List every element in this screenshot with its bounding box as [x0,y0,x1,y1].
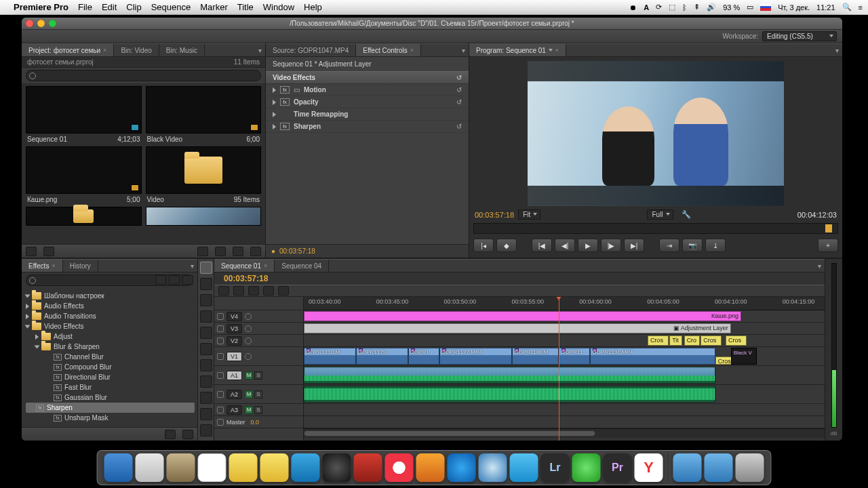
fx-icon[interactable]: fx [280,86,290,94]
track-a3[interactable]: A3 M S [214,404,303,416]
spotlight-icon[interactable]: 🔍 [842,3,852,12]
snap-icon[interactable] [218,286,229,296]
dock-notes[interactable] [229,453,258,482]
fx-icon[interactable]: fx [280,98,290,106]
add-marker-button[interactable]: ◆ [496,239,517,252]
tab-bin-video[interactable]: Bin: Video [114,44,159,56]
asset-grid[interactable]: Sequence 01 4;12;03 Black Video 6;00 Каш… [22,83,265,244]
reset-icon[interactable]: ↺ [456,74,462,81]
disclosure-icon[interactable] [35,334,39,340]
export-frame-button[interactable]: 📷 [682,239,703,252]
clip-v1-0[interactable]: GOPR1118.M [304,348,356,365]
panel-menu-icon[interactable]: ▾ [186,260,197,272]
pen-tool-icon[interactable] [200,392,212,404]
wrench-icon[interactable]: 🔧 [682,210,691,219]
clip-adjust[interactable]: ▣ Adjustment Layer [304,323,731,333]
new-bin-icon[interactable] [215,247,226,256]
close-icon[interactable]: × [103,47,106,54]
ec-section[interactable]: Video Effects ↺ [266,71,469,84]
fx-badge-yuv[interactable] [169,275,180,285]
timeline-scrollbar[interactable] [304,428,825,438]
new-item-icon[interactable] [233,247,243,256]
menu-help[interactable]: Help [304,2,322,12]
clip-cross-1[interactable]: Cros [648,336,669,346]
reset-icon[interactable]: ↺ [456,98,462,106]
clip-kashe[interactable]: Каше.png [304,311,741,321]
close-icon[interactable]: × [410,47,414,54]
cc-icon[interactable]: ⏺ [629,3,637,12]
dock-reminders[interactable] [260,453,289,482]
new-bin-icon[interactable] [165,430,176,439]
chevron-down-icon[interactable] [549,49,553,52]
tab-effects[interactable]: Effects × [22,260,63,272]
clip-v1-1[interactable]: GOPR1179. [356,348,408,365]
dock-contacts[interactable] [167,453,195,482]
selection-tool-icon[interactable] [200,262,212,274]
flag-icon[interactable] [760,3,771,11]
track-label[interactable]: V1 [226,352,242,361]
fx-icon[interactable]: fx [280,123,290,130]
lift-button[interactable]: ⇥ [659,239,679,252]
panel-menu-icon[interactable]: ▾ [814,260,825,272]
menu-title[interactable]: Title [237,2,254,12]
tab-program[interactable]: Program: Sequence 01 × [469,44,566,56]
tab-effect-controls[interactable]: Effect Controls × [356,44,421,56]
razor-tool-icon[interactable] [200,343,212,355]
scrollbar-thumb[interactable] [304,430,595,436]
track-label[interactable]: V3 [226,324,242,333]
ec-sharpen[interactable]: fx Sharpen ↺ [266,121,469,133]
dock-downloads[interactable] [673,453,702,482]
lock-icon[interactable] [217,313,224,320]
trash-icon[interactable] [182,430,193,439]
panel-menu-icon[interactable]: ▾ [254,44,265,56]
disclosure-icon[interactable] [35,345,40,348]
dock-utorrent[interactable] [572,453,601,482]
asset-sequence[interactable]: Sequence 01 4;12;03 [26,86,142,145]
clip-a2[interactable] [304,386,715,403]
mute-icon[interactable]: M [245,390,253,399]
icon-view-icon[interactable] [43,247,54,256]
close-icon[interactable]: × [52,262,55,269]
tree-item[interactable]: fxDirectional Blur [26,372,195,382]
lock-icon[interactable] [217,325,224,332]
eye-icon[interactable] [245,313,252,320]
goto-out-button[interactable]: ▶| [624,239,644,252]
effects-tree[interactable]: Шаблоны настроекAudio EffectsAudio Trans… [22,288,197,427]
wrench-icon[interactable] [278,286,289,296]
dock-messages[interactable] [292,453,320,482]
panel-menu-icon[interactable]: ▾ [458,44,469,56]
tree-item[interactable]: Audio Transitions [26,311,195,321]
eye-icon[interactable] [245,353,252,360]
ec-opacity[interactable]: fx Opacity ↺ [266,96,469,108]
mute-icon[interactable]: M [245,371,253,380]
dock-finder[interactable] [104,453,133,482]
ec-motion[interactable]: fx ▭ Motion ↺ [266,84,469,96]
playhead[interactable] [559,297,559,441]
tree-item[interactable]: fxChannel Blur [26,352,195,362]
program-viewport[interactable] [528,61,784,206]
adobe-icon[interactable]: A [644,3,649,12]
tab-history[interactable]: History [63,260,98,272]
menu-edit[interactable]: Edit [102,2,117,12]
lock-icon[interactable] [217,391,224,398]
dock-premiere[interactable]: Pr [604,453,632,482]
menubar-time[interactable]: 11:21 [816,3,835,12]
play-button[interactable]: ▶ [578,239,598,252]
step-back-button[interactable]: ◀| [555,239,575,252]
dock-calendar[interactable] [198,453,226,482]
clip-v1-3[interactable]: GOPR1177.MP4 [439,348,513,365]
program-ruler[interactable] [473,223,838,234]
dock-itunes[interactable] [385,453,414,482]
zoom-icon[interactable] [49,20,56,27]
track-label[interactable]: A1 [226,371,242,380]
close-icon[interactable]: × [555,47,559,54]
rolling-tool-icon[interactable] [200,310,212,323]
clip-cross-4[interactable]: Cros [726,336,747,346]
menu-marker[interactable]: Marker [200,2,227,12]
track-label[interactable]: V2 [226,336,242,346]
dock-appstore[interactable] [448,453,476,482]
tree-item[interactable]: fxSharpen [26,403,195,413]
rate-stretch-tool-icon[interactable] [200,327,212,339]
marker-icon[interactable] [233,286,244,296]
dock-lightroom[interactable]: Lr [541,453,570,482]
